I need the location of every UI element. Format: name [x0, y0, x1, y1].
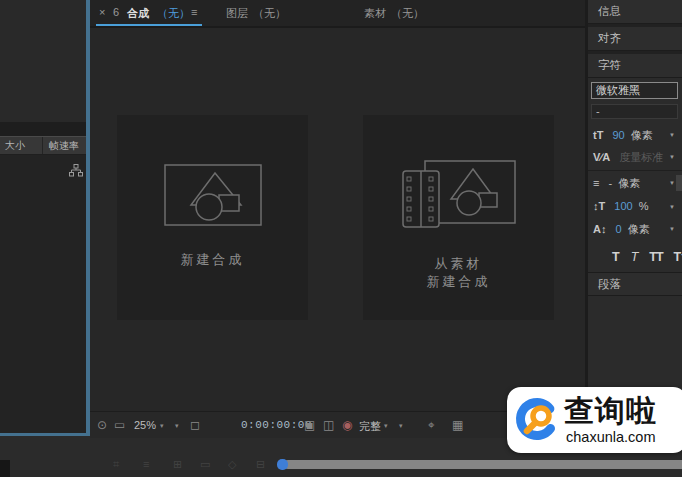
watermark-badge: 查询啦 chaxunla.com	[507, 387, 682, 453]
baseline-shift-row: A↕ 0 像素 ▼	[593, 222, 680, 240]
composition-viewer: 新建合成	[90, 28, 585, 412]
project-list-area[interactable]	[0, 155, 86, 433]
composition-panel: × 6 合成 （无） ≡ 图层 （无） 素材 （无）	[90, 0, 585, 438]
project-column-header: 大小 帧速率	[0, 136, 86, 155]
font-size-unit: 像素	[631, 129, 653, 141]
new-composition-label: 新建合成	[181, 251, 245, 269]
baseline-shift-icon: A↕	[593, 223, 606, 235]
timeline-icon-5[interactable]: ◇	[228, 458, 236, 471]
always-preview-icon[interactable]: ⊙	[97, 418, 107, 432]
resolution-value[interactable]: 完整	[359, 419, 381, 434]
baseline-shift-unit: 像素	[628, 223, 650, 235]
tab-composition-suffix[interactable]: （无）	[157, 6, 190, 21]
composition-icon	[163, 163, 263, 227]
vertical-scale-icon: ↕T	[593, 200, 605, 212]
type-style-row: T T TT Tᴛ	[588, 246, 682, 268]
watermark-url: chaxunla.com	[566, 429, 655, 445]
leading-dropdown-icon[interactable]: ▼	[669, 180, 675, 186]
active-tab-underline	[96, 24, 202, 26]
tab-composition[interactable]: 合成	[127, 6, 149, 21]
timeline-icon-3[interactable]: ⊞	[173, 458, 182, 471]
font-size-icon: tT	[593, 129, 603, 141]
show-channel-icon[interactable]: ◉	[342, 418, 352, 432]
section-character[interactable]: 字符	[588, 54, 682, 78]
monitor-icon[interactable]: ▭	[114, 418, 125, 432]
baseline-shift-value[interactable]: 0	[616, 223, 622, 235]
watermark-logo-icon	[514, 396, 560, 446]
font-style-input[interactable]: -	[591, 104, 678, 119]
resolution-dropdown-icon[interactable]: ▾	[384, 422, 388, 430]
font-size-dropdown-icon[interactable]: ▼	[669, 132, 675, 138]
small-caps-button[interactable]: Tᴛ	[674, 250, 682, 264]
tab-footage[interactable]: 素材	[364, 6, 386, 21]
tab-footage-suffix[interactable]: （无）	[391, 6, 424, 21]
faux-bold-button[interactable]: T	[612, 250, 620, 264]
magnification-value[interactable]: 25%	[134, 419, 156, 431]
leading-unit: 像素	[618, 177, 640, 189]
close-icon[interactable]: ×	[99, 6, 105, 18]
grid-options-dropdown-icon[interactable]: ▾	[175, 422, 179, 430]
project-panel-divider	[0, 122, 86, 136]
magnification-dropdown-icon[interactable]: ▾	[160, 422, 164, 430]
column-framerate[interactable]: 帧速率	[43, 139, 79, 153]
vertical-scale-row: ↕T 100 % ▼	[593, 200, 680, 218]
horizontal-scrollbar[interactable]	[284, 460, 682, 469]
panel-menu-icon[interactable]: ≡	[191, 6, 197, 18]
tab-layer[interactable]: 图层	[226, 6, 248, 21]
after-effects-window: ⌗ ≡ ⊞ ▭ ◇ ⊟ 大小 帧速率 × 6 合成	[0, 0, 682, 477]
mask-visibility-icon[interactable]: ◻	[190, 418, 200, 432]
leading-value[interactable]: -	[608, 177, 612, 189]
section-paragraph[interactable]: 段落	[588, 272, 682, 296]
leading-row: ≡ - 像素 ▼	[593, 176, 680, 194]
faux-italic-button[interactable]: T	[631, 250, 639, 264]
timeline-icon-2[interactable]: ≡	[143, 458, 149, 470]
all-caps-button[interactable]: TT	[649, 250, 662, 264]
character-divider	[588, 170, 682, 171]
region-of-interest-icon[interactable]: ⌖	[428, 418, 435, 432]
flowchart-icon[interactable]	[69, 163, 83, 181]
transparency-grid-icon[interactable]: ▦	[452, 418, 463, 432]
timeline-icon-1[interactable]: ⌗	[113, 458, 119, 471]
tab-layer-suffix[interactable]: （无）	[253, 6, 286, 21]
kerning-row: V∕A 度量标准 ▼	[593, 150, 680, 168]
vertical-scale-unit: %	[639, 200, 649, 212]
font-size-value[interactable]: 90	[612, 129, 624, 141]
from-footage-label: 从素材 新建合成	[427, 255, 491, 291]
font-size-row: tT 90 像素 ▼	[593, 128, 680, 146]
view-options-dropdown-icon[interactable]: ▾	[399, 422, 403, 430]
scrollbar-thumb[interactable]	[277, 459, 288, 470]
show-snapshot-icon[interactable]: ◫	[323, 418, 334, 432]
panel-corner	[0, 460, 10, 477]
project-panel: 大小 帧速率	[0, 0, 90, 436]
right-sidebar: 信息 对齐 字符 微软雅黑 - tT 90 像素 ▼ V∕A 度量标准 ▼ ≡ …	[588, 0, 682, 438]
section-align[interactable]: 对齐	[588, 27, 682, 51]
section-info[interactable]: 信息	[588, 0, 682, 24]
panel-tab-bar: × 6 合成 （无） ≡ 图层 （无） 素材 （无）	[90, 0, 585, 28]
font-family-input[interactable]: 微软雅黑	[591, 82, 678, 99]
snapshot-camera-icon[interactable]: ▣	[304, 418, 315, 432]
column-size[interactable]: 大小	[0, 139, 42, 153]
panel-lock-icon[interactable]: 6	[113, 6, 119, 18]
timeline-icon-6[interactable]: ⊟	[256, 458, 265, 471]
vertical-scale-value[interactable]: 100	[614, 200, 632, 212]
footage-composition-icon	[399, 155, 519, 231]
watermark-title: 查询啦	[564, 391, 657, 432]
current-time-display[interactable]: 0:00:00:00	[241, 419, 312, 431]
vertical-scale-dropdown-icon[interactable]: ▼	[669, 204, 675, 210]
new-composition-button[interactable]: 新建合成	[117, 115, 308, 320]
baseline-shift-dropdown-icon[interactable]: ▼	[669, 226, 675, 232]
leading-icon: ≡	[593, 177, 599, 189]
kerning-dropdown-icon[interactable]: ▼	[669, 154, 675, 160]
new-composition-from-footage-button[interactable]: 从素材 新建合成	[363, 115, 554, 320]
kerning-icon: V∕A	[593, 151, 610, 163]
kerning-value[interactable]: 度量标准	[619, 151, 663, 163]
timeline-icon-4[interactable]: ▭	[200, 458, 210, 471]
